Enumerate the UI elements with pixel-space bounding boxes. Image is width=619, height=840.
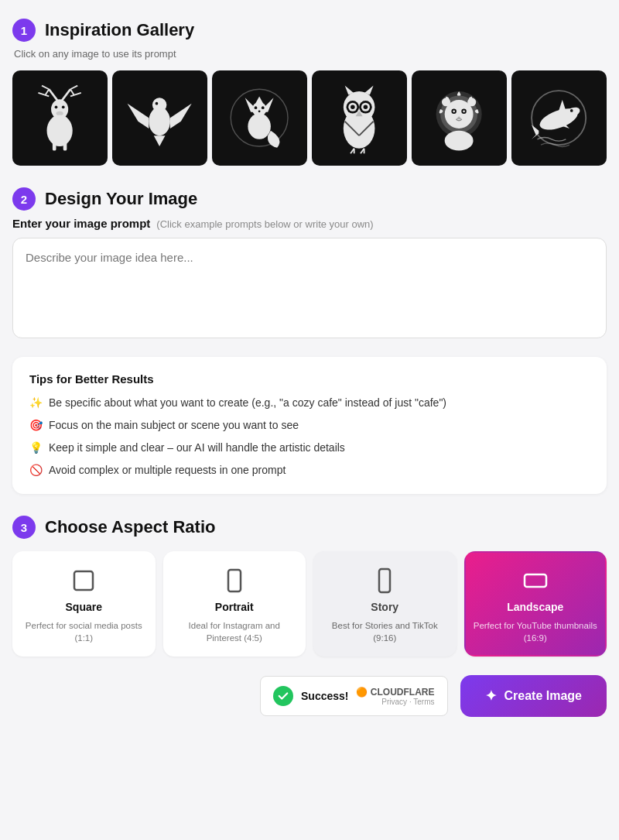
aspect-name-portrait: Portrait xyxy=(215,601,254,613)
aspect-name-story: Story xyxy=(371,601,398,613)
svg-point-10 xyxy=(62,106,65,109)
tip-emoji-1: ✨ xyxy=(29,395,43,411)
cloudflare-logo-area: 🟠 CLOUDFLARE Privacy · Terms xyxy=(356,687,434,706)
svg-point-57 xyxy=(468,98,477,107)
tip-emoji-2: 🎯 xyxy=(29,417,43,434)
svg-line-2 xyxy=(46,90,50,95)
gallery-grid xyxy=(12,70,607,166)
tip-emoji-3: 💡 xyxy=(29,440,43,456)
aspect-desc-square: Perfect for social media posts (1:1) xyxy=(22,619,146,644)
aspect-card-portrait[interactable]: Portrait Ideal for Instagram and Pintere… xyxy=(163,551,306,657)
svg-rect-68 xyxy=(379,569,390,592)
svg-marker-63 xyxy=(559,100,566,111)
tip-item-1: ✨ Be specific about what you want to cre… xyxy=(29,395,590,411)
svg-line-5 xyxy=(70,86,77,90)
gallery-item-lion[interactable] xyxy=(412,70,507,166)
svg-point-58 xyxy=(445,131,474,151)
aspect-card-square[interactable]: Square Perfect for social media posts (1… xyxy=(12,551,156,657)
svg-point-39 xyxy=(351,105,355,110)
gallery-item-raven[interactable] xyxy=(112,70,207,166)
tip-text-2: Focus on the main subject or scene you w… xyxy=(49,417,299,434)
step-badge-1: 1 xyxy=(12,19,36,42)
aspect-card-landscape[interactable]: Landscape Perfect for YouTube thumbnails… xyxy=(464,551,607,657)
svg-marker-18 xyxy=(128,104,149,129)
section-design: 2 Design Your Image Enter your image pro… xyxy=(12,187,607,341)
svg-point-23 xyxy=(248,114,272,139)
story-icon xyxy=(371,567,398,595)
svg-point-56 xyxy=(442,98,450,107)
svg-rect-13 xyxy=(53,141,56,151)
success-check-icon xyxy=(273,686,293,706)
svg-point-29 xyxy=(262,107,265,110)
prompt-input[interactable] xyxy=(12,238,607,338)
svg-line-3 xyxy=(39,93,50,97)
step-badge-3: 3 xyxy=(12,516,36,539)
section-title-3: Choose Aspect Ratio xyxy=(45,517,215,537)
aspect-desc-story: Best for Stories and TikTok (9:16) xyxy=(323,619,447,644)
bottom-row: Success! 🟠 CLOUDFLARE Privacy · Terms ✦ … xyxy=(12,675,607,717)
svg-point-12 xyxy=(47,115,73,147)
svg-point-30 xyxy=(258,111,261,113)
aspect-desc-portrait: Ideal for Instagram and Pinterest (4:5) xyxy=(173,619,297,644)
gallery-item-deer[interactable] xyxy=(12,70,108,166)
svg-point-54 xyxy=(463,111,466,113)
gallery-item-owl[interactable] xyxy=(312,70,407,166)
svg-point-21 xyxy=(156,102,159,105)
gallery-item-dolphin[interactable] xyxy=(511,70,607,166)
tip-item-2: 🎯 Focus on the main subject or scene you… xyxy=(29,417,590,434)
svg-point-27 xyxy=(252,102,266,116)
create-icon: ✦ xyxy=(485,687,497,705)
svg-rect-67 xyxy=(228,570,241,591)
prompt-label: Enter your image prompt xyxy=(12,217,150,230)
cloudflare-widget: Success! 🟠 CLOUDFLARE Privacy · Terms xyxy=(260,676,448,716)
tip-text-3: Keep it simple and clear – our AI will h… xyxy=(49,440,345,456)
svg-marker-62 xyxy=(532,125,539,139)
cloudflare-links: Privacy · Terms xyxy=(381,698,434,706)
svg-point-40 xyxy=(364,105,368,110)
svg-marker-19 xyxy=(170,104,192,129)
section-aspect: 3 Choose Aspect Ratio Square Perfect for… xyxy=(12,516,607,657)
svg-rect-69 xyxy=(525,574,546,587)
aspect-name-square: Square xyxy=(66,601,102,613)
svg-point-28 xyxy=(255,107,258,110)
step-badge-2: 2 xyxy=(12,187,36,211)
cloudflare-logo-text: 🟠 CLOUDFLARE xyxy=(356,687,434,698)
tip-text-4: Avoid complex or multiple requests in on… xyxy=(49,462,286,478)
tips-title: Tips for Better Results xyxy=(29,372,590,386)
svg-marker-20 xyxy=(154,136,166,147)
section-title-1: Inspiration Gallery xyxy=(45,20,194,40)
gallery-subtitle: Click on any image to use its prompt xyxy=(14,48,607,60)
aspect-card-story[interactable]: Story Best for Stories and TikTok (9:16) xyxy=(313,551,457,657)
svg-line-1 xyxy=(42,86,49,90)
svg-point-65 xyxy=(570,109,573,112)
create-btn-label: Create Image xyxy=(504,689,583,703)
create-image-button[interactable]: ✦ Create Image xyxy=(460,675,607,717)
svg-rect-14 xyxy=(63,141,67,151)
portrait-icon xyxy=(221,567,248,595)
aspect-desc-landscape: Perfect for YouTube thumbnails (16:9) xyxy=(474,619,598,644)
svg-point-53 xyxy=(453,111,456,113)
svg-line-7 xyxy=(70,93,81,97)
tips-box: Tips for Better Results ✨ Be specific ab… xyxy=(12,357,607,494)
aspect-name-landscape: Landscape xyxy=(507,601,563,613)
section-title-2: Design Your Image xyxy=(45,189,197,209)
svg-rect-66 xyxy=(74,571,93,590)
tip-emoji-4: 🚫 xyxy=(29,462,43,478)
gallery-item-fox[interactable] xyxy=(212,70,307,166)
tip-item-4: 🚫 Avoid complex or multiple requests in … xyxy=(29,462,590,478)
landscape-icon xyxy=(522,567,549,595)
tip-item-3: 💡 Keep it simple and clear – our AI will… xyxy=(29,440,590,456)
prompt-hint: (Click example prompts below or write yo… xyxy=(156,218,373,230)
aspect-grid: Square Perfect for social media posts (1… xyxy=(12,551,607,657)
svg-point-9 xyxy=(55,106,58,109)
success-text: Success! xyxy=(301,690,348,702)
square-icon xyxy=(70,567,97,595)
tip-text-1: Be specific about what you want to creat… xyxy=(49,395,446,411)
svg-line-6 xyxy=(70,90,74,95)
section-inspiration: 1 Inspiration Gallery Click on any image… xyxy=(12,19,607,166)
